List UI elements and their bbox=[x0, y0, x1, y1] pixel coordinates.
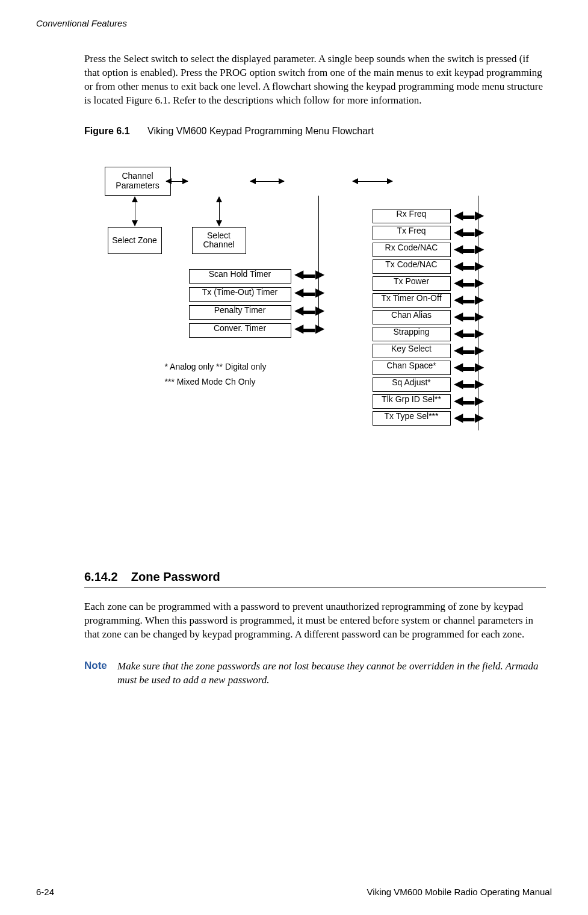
box-tx-code-nac: Tx Code/NAC bbox=[373, 259, 451, 274]
box-chan-space: Chan Space* bbox=[373, 361, 451, 375]
note-block: Note Make sure that the zone passwords a… bbox=[84, 660, 546, 687]
box-scan-hold-timer: Scan Hold Timer bbox=[189, 269, 291, 284]
flowchart-diagram: Change Zone Change Channel System Parame… bbox=[105, 167, 526, 522]
box-tx-power: Tx Power bbox=[373, 276, 451, 291]
arrow-icon bbox=[166, 181, 188, 182]
box-select-channel: Select Channel bbox=[192, 227, 246, 254]
section-heading: 6.14.2 Zone Password bbox=[84, 570, 546, 588]
arrow-icon bbox=[353, 181, 392, 182]
double-arrow-icon: ◀▬▶ bbox=[454, 226, 484, 243]
double-arrow-icon: ◀▬▶ bbox=[294, 286, 324, 304]
double-arrow-icon: ◀▬▶ bbox=[454, 276, 484, 293]
section-title: Zone Password bbox=[131, 570, 220, 583]
double-arrow-icon: ◀▬▶ bbox=[454, 361, 484, 377]
box-chan-alias: Chan Alias bbox=[373, 310, 451, 324]
box-tx-timer-onoff: Tx Timer On-Off bbox=[373, 293, 451, 308]
box-tlk-grp-id: Tlk Grp ID Sel** bbox=[373, 394, 451, 409]
box-select-zone: Select Zone bbox=[108, 227, 162, 254]
box-tx-type-sel: Tx Type Sel*** bbox=[373, 411, 451, 426]
box-sq-adjust: Sq Adjust* bbox=[373, 377, 451, 392]
box-rx-code-nac: Rx Code/NAC bbox=[373, 243, 451, 257]
double-arrow-icon: ◀▬▶ bbox=[454, 411, 484, 428]
double-arrow-icon: ◀▬▶ bbox=[454, 344, 484, 361]
section-number: 6.14.2 bbox=[84, 570, 118, 583]
double-arrow-icon: ◀▬▶ bbox=[454, 377, 484, 394]
arrow-icon bbox=[250, 181, 284, 182]
legend-line-2: *** Mixed Mode Ch Only bbox=[165, 374, 267, 389]
double-arrow-icon: ◀▬▶ bbox=[454, 394, 484, 411]
box-rx-freq: Rx Freq bbox=[373, 209, 451, 223]
running-header: Conventional Features bbox=[36, 18, 552, 28]
note-text: Make sure that the zone passwords are no… bbox=[117, 660, 546, 687]
double-arrow-icon: ◀▬▶ bbox=[454, 243, 484, 259]
legend-line-1: * Analog only ** Digital only bbox=[165, 359, 267, 374]
double-arrow-icon: ◀▬▶ bbox=[294, 304, 324, 322]
double-arrow-icon: ◀▬▶ bbox=[454, 259, 484, 276]
figure-number: Figure 6.1 bbox=[84, 126, 130, 136]
section-paragraph: Each zone can be programmed with a passw… bbox=[84, 600, 546, 642]
intro-paragraph: Press the Select switch to select the di… bbox=[84, 52, 546, 108]
figure-caption: Figure 6.1 Viking VM600 Keypad Programmi… bbox=[84, 126, 546, 137]
double-arrow-icon: ◀▬▶ bbox=[294, 268, 324, 286]
note-label: Note bbox=[84, 660, 117, 687]
box-tx-timeout-timer: Tx (Time-Out) Timer bbox=[189, 287, 291, 302]
arrow-icon bbox=[135, 197, 135, 226]
box-key-select: Key Select bbox=[373, 344, 451, 358]
box-conver-timer: Conver. Timer bbox=[189, 323, 291, 338]
double-arrow-icon: ◀▬▶ bbox=[294, 322, 324, 340]
double-arrow-icon: ◀▬▶ bbox=[454, 310, 484, 327]
box-strapping: Strapping bbox=[373, 327, 451, 341]
figure-title: Viking VM600 Keypad Programming Menu Flo… bbox=[147, 126, 374, 136]
box-penalty-timer: Penalty Timer bbox=[189, 305, 291, 320]
page-footer: 6-24 Viking VM600 Mobile Radio Operating… bbox=[36, 887, 552, 897]
double-arrow-icon: ◀▬▶ bbox=[454, 293, 484, 310]
box-tx-freq: Tx Freq bbox=[373, 226, 451, 240]
arrow-icon bbox=[219, 197, 220, 226]
double-arrow-icon: ◀▬▶ bbox=[454, 209, 484, 226]
double-arrow-icon: ◀▬▶ bbox=[454, 327, 484, 344]
box-channel-parameters: Channel Parameters bbox=[105, 167, 171, 196]
manual-title: Viking VM600 Mobile Radio Operating Manu… bbox=[367, 887, 552, 897]
page-number: 6-24 bbox=[36, 887, 54, 897]
